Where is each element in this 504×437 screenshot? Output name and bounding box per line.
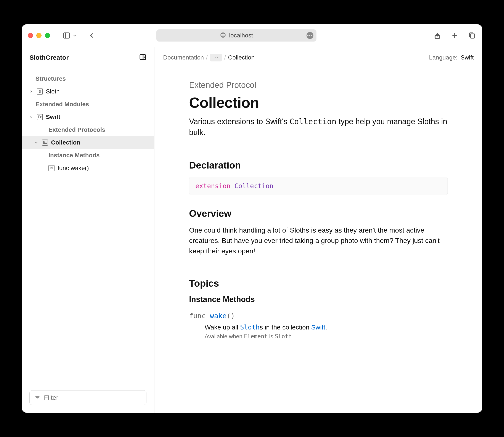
minimize-window-button[interactable] [36, 33, 41, 38]
browser-window: localhost ••• SlothCreator Struc [22, 24, 482, 413]
project-title: SlothCreator [30, 54, 139, 61]
sidebar-filter [22, 385, 154, 413]
close-window-button[interactable] [28, 33, 33, 38]
language-picker[interactable]: Language: Swift [429, 54, 474, 61]
filter-text-input[interactable] [44, 394, 141, 401]
navigator-tree: Structures S Sloth Extended Modules Ex S… [22, 68, 154, 385]
sidebar-toggle[interactable] [62, 31, 77, 40]
sig-keyword: func [189, 312, 210, 320]
desc-text: Wake up all [205, 324, 240, 331]
avail-text: is [267, 333, 275, 340]
avail-code: Element [244, 333, 268, 340]
content-area: SlothCreator Structures S Sloth Extended… [22, 47, 482, 413]
language-value: Swift [461, 54, 474, 61]
tabs-overview-button[interactable] [468, 31, 476, 40]
summary-text: Various extensions to Swift's [189, 117, 289, 126]
extension-badge: Ex [37, 114, 43, 120]
document: Extended Protocol Collection Various ext… [154, 68, 482, 413]
new-tab-button[interactable] [450, 31, 459, 40]
svg-point-12 [144, 57, 144, 57]
section-extended-modules: Extended Modules [22, 98, 154, 111]
tree-item-collection[interactable]: Ex Collection [22, 136, 154, 149]
address-host: localhost [229, 32, 253, 39]
tree-label: Swift [46, 114, 60, 120]
tree-item-func-wake[interactable]: M func wake() [22, 162, 154, 174]
keyword: extension [195, 182, 231, 190]
desc-link[interactable]: Swift [311, 324, 325, 331]
globe-icon [220, 32, 226, 39]
titlebar: localhost ••• [22, 24, 482, 47]
share-button[interactable] [433, 31, 442, 40]
svg-rect-0 [64, 33, 70, 38]
tree-label: Sloth [46, 88, 60, 95]
availability: Available when Element is Sloth. [205, 333, 448, 340]
eyebrow: Extended Protocol [189, 80, 448, 90]
tree-item-sloth[interactable]: S Sloth [22, 85, 154, 98]
avail-text: Available when [205, 333, 244, 340]
sig-function-name: wake [210, 312, 227, 320]
address-more-icon[interactable]: ••• [306, 32, 313, 39]
filter-input[interactable] [30, 390, 147, 405]
chevron-down-icon [29, 115, 34, 119]
chevron-right-icon [29, 89, 34, 93]
instance-methods-heading: Instance Methods [189, 295, 448, 304]
breadcrumb-root[interactable]: Documentation [163, 54, 204, 61]
sig-parens: () [227, 312, 235, 320]
desc-link-code[interactable]: Sloth [240, 323, 260, 331]
summary-code: Collection [289, 117, 336, 126]
section-instance-methods: Instance Methods [22, 149, 154, 162]
page-title: Collection [189, 94, 448, 111]
main-pane: Documentation / ··· / Collection Languag… [154, 47, 482, 413]
declaration-block: extension Collection [189, 177, 448, 195]
breadcrumb-separator: / [206, 54, 208, 61]
summary: Various extensions to Swift's Collection… [189, 116, 448, 138]
breadcrumb-overflow[interactable]: ··· [210, 54, 222, 61]
avail-code: Sloth [275, 333, 292, 340]
topic-description: Wake up all Sloths in the collection Swi… [205, 323, 448, 331]
chevron-down-icon [34, 141, 39, 145]
section-structures: Structures [22, 72, 154, 85]
overview-paragraph: One could think handling a lot of Sloths… [189, 225, 448, 256]
type-name: Collection [235, 182, 274, 190]
method-badge: M [49, 165, 55, 171]
sidebar-header: SlothCreator [22, 47, 154, 68]
breadcrumb-separator: / [224, 54, 226, 61]
tree-label: Collection [51, 139, 80, 146]
chevron-down-icon [72, 31, 77, 40]
fullscreen-window-button[interactable] [45, 33, 50, 38]
language-label: Language: [429, 54, 457, 61]
sidebar-icon [62, 31, 71, 40]
filter-icon [34, 395, 40, 401]
divider [189, 267, 448, 267]
avail-text: . [292, 333, 293, 340]
address-bar[interactable]: localhost ••• [156, 30, 316, 41]
traffic-lights [28, 33, 50, 38]
back-button[interactable] [87, 31, 96, 40]
sidebar: SlothCreator Structures S Sloth Extended… [22, 47, 154, 413]
breadcrumb: Documentation / ··· / Collection Languag… [154, 47, 482, 68]
breadcrumb-current: Collection [228, 54, 255, 61]
toggle-panel-button[interactable] [139, 53, 147, 62]
tree-label: func wake() [58, 165, 89, 171]
struct-badge: S [37, 89, 43, 95]
section-extended-protocols: Extended Protocols [22, 123, 154, 136]
declaration-heading: Declaration [189, 160, 448, 171]
method-signature[interactable]: func wake() [189, 312, 448, 320]
divider [189, 149, 448, 149]
tree-item-swift[interactable]: Ex Swift [22, 111, 154, 123]
desc-text: s in the collection [260, 324, 311, 331]
topics-heading: Topics [189, 278, 448, 289]
svg-rect-9 [470, 34, 474, 38]
extension-badge: Ex [42, 139, 48, 146]
overview-heading: Overview [189, 208, 448, 219]
desc-text: . [325, 324, 327, 331]
